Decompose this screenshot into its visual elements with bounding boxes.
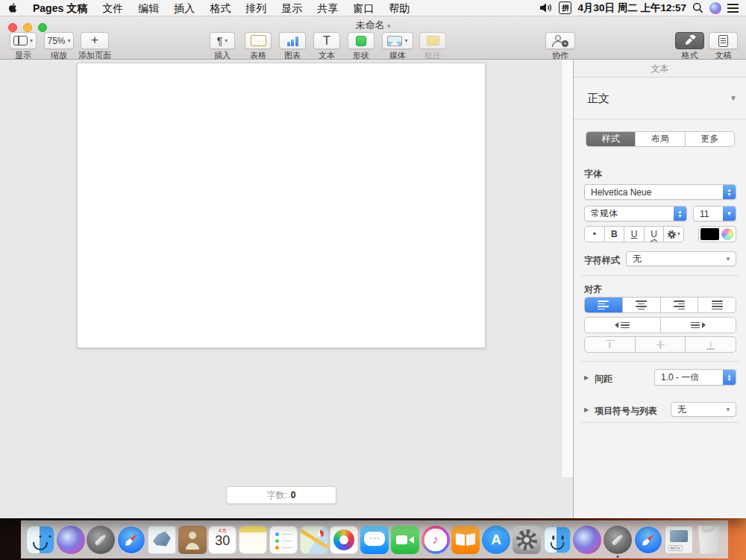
align-center-button[interactable] [622, 298, 660, 312]
font-size-select[interactable]: 11 ▼ [693, 206, 736, 221]
alignment-label: 对齐 [584, 283, 602, 296]
siri-menu-icon[interactable] [709, 2, 721, 14]
dock-notes-icon[interactable] [239, 526, 267, 554]
word-count-pill[interactable]: 字数: 0 [226, 486, 336, 504]
dock-mail-icon[interactable] [148, 526, 176, 554]
volume-icon[interactable] [540, 3, 553, 13]
bullets-select[interactable]: 无 ▼ [671, 402, 736, 417]
tab-style[interactable]: 样式 [586, 132, 635, 146]
menu-file[interactable]: 文件 [95, 0, 131, 16]
view-button[interactable]: ▾ [10, 32, 37, 49]
font-size-value: 11 [700, 209, 709, 219]
text-box-button[interactable]: T [313, 32, 340, 49]
spotlight-search-icon[interactable] [692, 2, 703, 13]
spacing-disclosure-icon[interactable]: ▶ [584, 374, 589, 381]
menu-view[interactable]: 显示 [274, 0, 310, 16]
dock-trash-icon[interactable] [695, 526, 723, 554]
format-panel: 文本 正文 ▼ 样式 布局 更多 字体 Helvetica Neue ▲▼ 常规… [573, 60, 746, 518]
font-style-buttons: • B U U ▾ [584, 226, 684, 242]
align-justify-button[interactable] [698, 298, 736, 312]
dock-maps-icon[interactable] [300, 526, 328, 554]
chevron-down-icon[interactable]: ▼ [723, 207, 736, 221]
emphasis-dot-button[interactable]: • [585, 227, 604, 242]
stepper-icon[interactable]: ▲▼ [674, 207, 686, 221]
character-style-select[interactable]: 无 ▼ [626, 251, 736, 266]
chart-button[interactable] [279, 32, 306, 49]
scrollbar-track[interactable] [561, 60, 573, 477]
menu-clock[interactable]: 4月30日 周二 上午12:57 [577, 1, 686, 15]
font-family-value: Helvetica Neue [591, 187, 651, 198]
tab-layout[interactable]: 布局 [635, 132, 684, 146]
align-left-button[interactable] [585, 298, 622, 312]
menu-share[interactable]: 共享 [310, 0, 345, 16]
text-color-well[interactable] [700, 228, 719, 240]
dock-finder-alt-icon[interactable] [543, 526, 570, 553]
menu-window[interactable]: 窗口 [345, 0, 381, 16]
bold-button[interactable]: B [604, 227, 624, 242]
valign-top-button[interactable] [585, 337, 635, 352]
collaborate-icon: + [552, 35, 568, 47]
document-title[interactable]: 未命名 ▾ [0, 19, 746, 32]
text-icon: T [323, 34, 330, 48]
insert-button[interactable]: ¶▾ [210, 32, 235, 49]
paragraph-style-row[interactable]: 正文 ▼ [574, 78, 746, 119]
menu-arrange[interactable]: 排列 [238, 0, 274, 16]
dock-messages-icon[interactable] [360, 526, 389, 554]
decrease-indent-button[interactable] [585, 318, 660, 333]
menu-bar: Pages 文稿 文件 编辑 插入 格式 排列 显示 共享 窗口 帮助 拼 4月… [0, 0, 746, 16]
dock-photos-icon[interactable] [330, 526, 358, 554]
shape-button[interactable] [348, 32, 374, 49]
stepper-icon[interactable]: ▲▼ [723, 370, 736, 385]
apple-menu[interactable] [0, 2, 25, 13]
color-wheel-button[interactable] [721, 228, 733, 240]
table-button[interactable] [245, 32, 272, 49]
notification-center-icon[interactable] [727, 4, 739, 5]
align-right-button[interactable] [660, 298, 698, 312]
menu-app[interactable]: Pages 文稿 [25, 0, 95, 16]
dock-calendar-icon[interactable]: 4月30 [208, 526, 236, 554]
bullets-disclosure-icon[interactable]: ▶ [584, 406, 589, 413]
dock-siri-icon[interactable] [57, 526, 85, 554]
underline-button[interactable]: U [624, 227, 644, 242]
dock-safari-alt-icon[interactable] [634, 526, 662, 554]
menu-help[interactable]: 帮助 [381, 0, 417, 16]
dock-itunes-icon[interactable] [421, 526, 450, 554]
collaborate-button[interactable]: + [545, 32, 575, 49]
dock-facetime-icon[interactable] [391, 526, 419, 554]
text-options-button[interactable]: ▾ [663, 227, 683, 242]
dock-siri-alt-icon[interactable] [573, 526, 601, 554]
stepper-icon[interactable]: ▲▼ [723, 185, 736, 199]
add-page-button[interactable]: + [81, 32, 109, 49]
gear-icon [668, 230, 676, 239]
input-method-icon[interactable]: 拼 [559, 1, 571, 14]
menu-edit[interactable]: 编辑 [131, 0, 166, 16]
document-sidebar-button[interactable] [709, 32, 738, 49]
dock-reminders-icon[interactable] [269, 526, 298, 554]
spacing-select[interactable]: 1.0 - 一倍 ▲▼ [654, 369, 736, 386]
media-button[interactable]: ▾ [382, 32, 413, 49]
menu-format[interactable]: 格式 [202, 0, 238, 16]
underline-wavy-button[interactable]: U [644, 227, 664, 242]
menu-insert[interactable]: 插入 [166, 0, 202, 16]
dock-finder-icon[interactable] [26, 526, 54, 554]
dock-appstore-icon[interactable] [482, 526, 510, 554]
valign-middle-icon [656, 340, 665, 350]
indent-buttons [584, 317, 736, 333]
valign-middle-button[interactable] [635, 337, 686, 352]
dock-books-icon[interactable] [451, 526, 480, 554]
format-sidebar-button[interactable] [675, 32, 704, 49]
increase-indent-button[interactable] [660, 318, 736, 333]
dock-settings-icon[interactable] [513, 526, 541, 554]
dock-contacts-icon[interactable] [178, 526, 207, 554]
valign-bottom-button[interactable] [685, 337, 736, 352]
document-page[interactable] [77, 63, 486, 348]
font-family-select[interactable]: Helvetica Neue ▲▼ [584, 184, 736, 200]
dock-safari-icon[interactable] [117, 526, 145, 554]
tab-more[interactable]: 更多 [685, 132, 734, 146]
dock-mov-file-icon[interactable]: MOV [665, 526, 693, 554]
comment-button[interactable] [419, 32, 446, 49]
zoom-dropdown[interactable]: 75%▾ [44, 32, 74, 49]
dock-launchpad-icon[interactable] [87, 526, 115, 554]
typeface-select[interactable]: 常规体 ▲▼ [584, 206, 687, 221]
dock-launchpad-alt-icon[interactable] [604, 526, 632, 554]
